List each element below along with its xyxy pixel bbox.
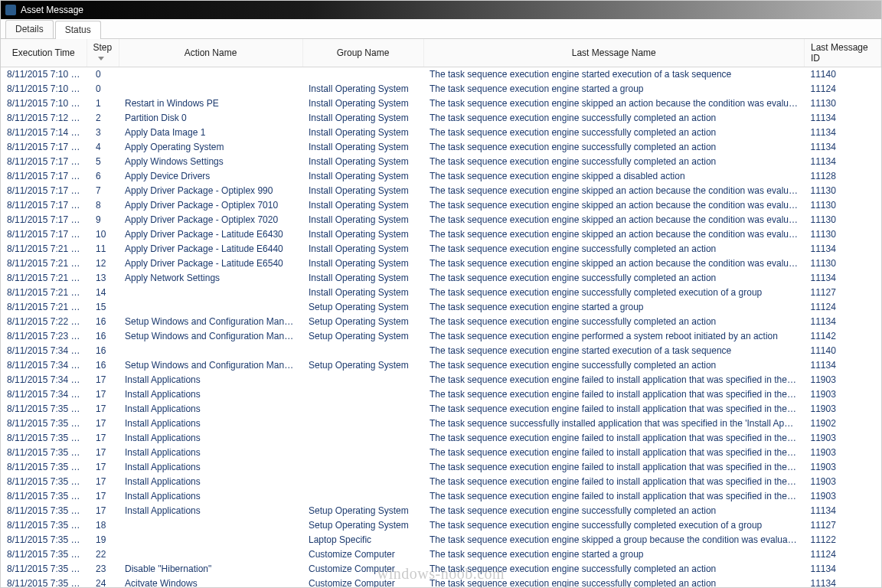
table-row[interactable]: 8/11/2015 7:17 PM10Apply Driver Package … [1, 227, 881, 242]
table-row[interactable]: 8/11/2015 7:21 PM12Apply Driver Package … [1, 256, 881, 271]
table-body: 8/11/2015 7:10 PM0The task sequence exec… [1, 67, 881, 588]
table-row[interactable]: 8/11/2015 7:10 PM0Install Operating Syst… [1, 82, 881, 96]
cell-group-name [302, 460, 423, 475]
cell-last-message-id: 11134 [805, 504, 881, 518]
table-row[interactable]: 8/11/2015 7:12 PM2Partition Disk 0Instal… [1, 111, 881, 126]
cell-last-message-id: 11134 [805, 155, 881, 169]
table-row[interactable]: 8/11/2015 7:17 PM6Apply Device DriversIn… [1, 169, 881, 184]
table-row[interactable]: 8/11/2015 7:17 PM7Apply Driver Package -… [1, 184, 881, 198]
table-row[interactable]: 8/11/2015 7:17 PM5Apply Windows Settings… [1, 155, 881, 169]
cell-execution-time: 8/11/2015 7:21 PM [1, 242, 87, 256]
cell-action-name: Setup Windows and Configuration Manager [119, 329, 302, 344]
cell-step: 2 [87, 111, 119, 126]
table-row[interactable]: 8/11/2015 7:35 PM17Install ApplicationsT… [1, 402, 881, 416]
tab-details[interactable]: Details [5, 20, 54, 38]
table-row[interactable]: 8/11/2015 7:17 PM9Apply Driver Package -… [1, 213, 881, 227]
col-execution-time[interactable]: Execution Time [1, 39, 87, 67]
cell-group-name: Install Operating System [302, 82, 423, 96]
table-row[interactable]: 8/11/2015 7:10 PM0The task sequence exec… [1, 67, 881, 83]
table-row[interactable]: 8/11/2015 7:35 PM23Disable "Hibernation"… [1, 562, 881, 577]
table-row[interactable]: 8/11/2015 7:35 PM17Install ApplicationsT… [1, 489, 881, 504]
cell-last-message-name: The task sequence execution engine succe… [423, 577, 805, 587]
status-grid[interactable]: Execution Time Step Action Name Group Na… [1, 39, 881, 587]
cell-step: 18 [87, 518, 119, 533]
table-row[interactable]: 8/11/2015 7:23 PM16Setup Windows and Con… [1, 329, 881, 344]
cell-step: 14 [87, 286, 119, 300]
cell-last-message-name: The task sequence execution engine skipp… [423, 256, 805, 271]
cell-group-name: Laptop Specific [302, 533, 423, 547]
table-row[interactable]: 8/11/2015 7:21 PM14Install Operating Sys… [1, 286, 881, 300]
cell-group-name: Customize Computer [302, 547, 423, 562]
col-step[interactable]: Step [87, 39, 119, 67]
table-row[interactable]: 8/11/2015 7:21 PM11Apply Driver Package … [1, 242, 881, 256]
table-row[interactable]: 8/11/2015 7:34 PM16Setup Windows and Con… [1, 358, 881, 373]
table-row[interactable]: 8/11/2015 7:17 PM4Apply Operating System… [1, 140, 881, 155]
cell-last-message-id: 11134 [805, 140, 881, 155]
cell-action-name: Apply Driver Package - Latitude E6430 [119, 227, 302, 242]
cell-group-name: Install Operating System [302, 227, 423, 242]
cell-group-name [302, 373, 423, 387]
cell-step: 4 [87, 140, 119, 155]
col-group-name[interactable]: Group Name [302, 39, 423, 67]
table-row[interactable]: 8/11/2015 7:14 PM3Apply Data Image 1Inst… [1, 126, 881, 140]
cell-step: 22 [87, 547, 119, 562]
table-row[interactable]: 8/11/2015 7:35 PM17Install ApplicationsT… [1, 416, 881, 431]
cell-step: 16 [87, 315, 119, 329]
col-last-message-name[interactable]: Last Message Name [423, 39, 805, 67]
cell-last-message-id: 11903 [805, 446, 881, 460]
table-row[interactable]: 8/11/2015 7:22 PM16Setup Windows and Con… [1, 315, 881, 329]
table-row[interactable]: 8/11/2015 7:10 PM1Restart in Windows PEI… [1, 96, 881, 111]
cell-execution-time: 8/11/2015 7:35 PM [1, 518, 87, 533]
cell-last-message-name: The task sequence execution engine succe… [423, 358, 805, 373]
cell-execution-time: 8/11/2015 7:34 PM [1, 373, 87, 387]
cell-last-message-name: The task sequence execution engine skipp… [423, 533, 805, 547]
cell-step: 24 [87, 577, 119, 587]
cell-last-message-name: The task sequence execution engine skipp… [423, 213, 805, 227]
cell-last-message-name: The task sequence execution engine faile… [423, 373, 805, 387]
cell-execution-time: 8/11/2015 7:21 PM [1, 256, 87, 271]
table-row[interactable]: 8/11/2015 7:35 PM17Install ApplicationsT… [1, 431, 881, 446]
cell-last-message-id: 11124 [805, 82, 881, 96]
table-row[interactable]: 8/11/2015 7:35 PM19Laptop SpecificThe ta… [1, 533, 881, 547]
cell-step: 15 [87, 300, 119, 315]
cell-step: 9 [87, 213, 119, 227]
cell-step: 10 [87, 227, 119, 242]
cell-last-message-name: The task sequence successfully installed… [423, 416, 805, 431]
cell-last-message-id: 11903 [805, 460, 881, 475]
cell-last-message-id: 11134 [805, 315, 881, 329]
cell-group-name: Setup Operating System [302, 358, 423, 373]
table-row[interactable]: 8/11/2015 7:21 PM15Setup Operating Syste… [1, 300, 881, 315]
cell-group-name [302, 402, 423, 416]
title-bar[interactable]: Asset Message [1, 1, 881, 19]
table-row[interactable]: 8/11/2015 7:35 PM17Install ApplicationsT… [1, 475, 881, 489]
cell-last-message-id: 11902 [805, 416, 881, 431]
cell-group-name: Customize Computer [302, 577, 423, 587]
table-row[interactable]: 8/11/2015 7:35 PM18Setup Operating Syste… [1, 518, 881, 533]
cell-last-message-id: 11130 [805, 96, 881, 111]
table-row[interactable]: 8/11/2015 7:34 PM17Install ApplicationsT… [1, 387, 881, 402]
table-row[interactable]: 8/11/2015 7:35 PM24Acitvate WindowsCusto… [1, 577, 881, 587]
table-row[interactable]: 8/11/2015 7:35 PM17Install ApplicationsT… [1, 446, 881, 460]
cell-step: 5 [87, 155, 119, 169]
table-row[interactable]: 8/11/2015 7:35 PM17Install ApplicationsT… [1, 460, 881, 475]
cell-step: 16 [87, 344, 119, 358]
cell-step: 17 [87, 504, 119, 518]
col-action-name[interactable]: Action Name [119, 39, 302, 67]
cell-group-name: Setup Operating System [302, 504, 423, 518]
cell-last-message-id: 11134 [805, 242, 881, 256]
cell-group-name: Install Operating System [302, 96, 423, 111]
table-row[interactable]: 8/11/2015 7:21 PM13Apply Network Setting… [1, 271, 881, 286]
cell-last-message-id: 11903 [805, 402, 881, 416]
cell-last-message-name: The task sequence execution engine perfo… [423, 329, 805, 344]
cell-execution-time: 8/11/2015 7:21 PM [1, 300, 87, 315]
tab-status[interactable]: Status [55, 21, 101, 39]
table-row[interactable]: 8/11/2015 7:17 PM8Apply Driver Package -… [1, 198, 881, 213]
col-last-message-id[interactable]: Last Message ID [805, 39, 881, 67]
cell-last-message-id: 11134 [805, 111, 881, 126]
table-row[interactable]: 8/11/2015 7:35 PM17Install ApplicationsS… [1, 504, 881, 518]
table-row[interactable]: 8/11/2015 7:34 PM17Install ApplicationsT… [1, 373, 881, 387]
table-row[interactable]: 8/11/2015 7:34 PM16The task sequence exe… [1, 344, 881, 358]
cell-last-message-id: 11903 [805, 475, 881, 489]
table-row[interactable]: 8/11/2015 7:35 PM22Customize ComputerThe… [1, 547, 881, 562]
cell-last-message-name: The task sequence execution engine succe… [423, 155, 805, 169]
